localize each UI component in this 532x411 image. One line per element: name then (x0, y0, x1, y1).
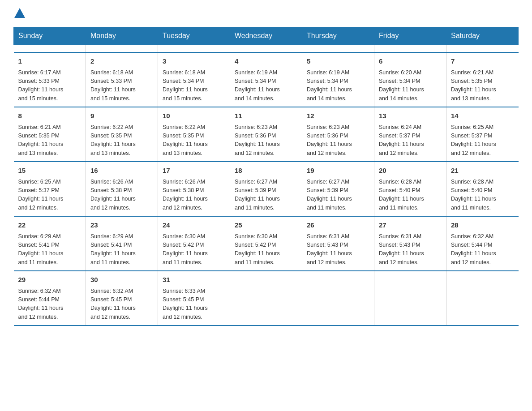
calendar-cell: 4Sunrise: 6:19 AM Sunset: 5:34 PM Daylig… (230, 52, 302, 107)
calendar-cell: 31Sunrise: 6:33 AM Sunset: 5:45 PM Dayli… (158, 271, 230, 325)
calendar-cell: 1Sunrise: 6:17 AM Sunset: 5:33 PM Daylig… (14, 52, 86, 107)
calendar-cell: 6Sunrise: 6:20 AM Sunset: 5:34 PM Daylig… (374, 52, 446, 107)
calendar-cell: 26Sunrise: 6:31 AM Sunset: 5:43 PM Dayli… (302, 216, 374, 271)
calendar-header-row: SundayMondayTuesdayWednesdayThursdayFrid… (14, 27, 519, 45)
day-number: 26 (307, 220, 369, 231)
day-info: Sunrise: 6:20 AM Sunset: 5:34 PM Dayligh… (379, 68, 442, 103)
calendar-table: SundayMondayTuesdayWednesdayThursdayFrid… (13, 27, 519, 326)
day-info: Sunrise: 6:30 AM Sunset: 5:42 PM Dayligh… (163, 232, 225, 267)
day-number: 22 (18, 220, 82, 231)
day-number: 8 (18, 111, 82, 121)
day-number: 18 (235, 166, 297, 176)
day-number: 7 (451, 56, 514, 67)
day-number: 5 (307, 56, 369, 67)
day-number: 11 (235, 111, 297, 121)
calendar-cell: 28Sunrise: 6:32 AM Sunset: 5:44 PM Dayli… (446, 216, 519, 271)
day-number: 27 (379, 220, 442, 231)
page-header (13, 9, 519, 19)
day-info: Sunrise: 6:26 AM Sunset: 5:38 PM Dayligh… (163, 178, 225, 213)
day-info: Sunrise: 6:33 AM Sunset: 5:45 PM Dayligh… (163, 287, 225, 322)
calendar-cell: 22Sunrise: 6:29 AM Sunset: 5:41 PM Dayli… (14, 216, 86, 271)
column-header-tuesday: Tuesday (158, 27, 230, 45)
day-number: 25 (235, 220, 297, 231)
day-info: Sunrise: 6:19 AM Sunset: 5:34 PM Dayligh… (307, 68, 369, 103)
calendar-cell: 23Sunrise: 6:29 AM Sunset: 5:41 PM Dayli… (86, 216, 158, 271)
calendar-cell (446, 271, 519, 325)
day-number: 16 (90, 166, 153, 176)
logo-triangle-icon (14, 8, 25, 18)
column-header-thursday: Thursday (302, 27, 374, 45)
day-info: Sunrise: 6:29 AM Sunset: 5:41 PM Dayligh… (18, 232, 82, 267)
calendar-cell (14, 45, 86, 53)
calendar-cell: 18Sunrise: 6:27 AM Sunset: 5:39 PM Dayli… (230, 162, 302, 216)
day-number: 19 (307, 166, 369, 176)
calendar-cell: 9Sunrise: 6:22 AM Sunset: 5:35 PM Daylig… (86, 107, 158, 162)
day-info: Sunrise: 6:27 AM Sunset: 5:39 PM Dayligh… (235, 178, 297, 213)
day-number: 21 (451, 166, 514, 176)
day-info: Sunrise: 6:28 AM Sunset: 5:40 PM Dayligh… (379, 178, 442, 213)
calendar-cell (446, 45, 519, 53)
day-info: Sunrise: 6:17 AM Sunset: 5:33 PM Dayligh… (18, 68, 82, 103)
calendar-cell: 12Sunrise: 6:23 AM Sunset: 5:36 PM Dayli… (302, 107, 374, 162)
day-number: 29 (18, 275, 82, 285)
day-info: Sunrise: 6:24 AM Sunset: 5:37 PM Dayligh… (379, 123, 442, 158)
calendar-cell: 3Sunrise: 6:18 AM Sunset: 5:34 PM Daylig… (158, 52, 230, 107)
calendar-cell (158, 45, 230, 53)
day-info: Sunrise: 6:27 AM Sunset: 5:39 PM Dayligh… (307, 178, 369, 213)
day-info: Sunrise: 6:26 AM Sunset: 5:38 PM Dayligh… (90, 178, 153, 213)
calendar-cell: 30Sunrise: 6:32 AM Sunset: 5:45 PM Dayli… (86, 271, 158, 325)
day-number: 10 (163, 111, 225, 121)
column-header-monday: Monday (86, 27, 158, 45)
calendar-week-row (14, 45, 519, 53)
calendar-week-row: 8Sunrise: 6:21 AM Sunset: 5:35 PM Daylig… (14, 107, 519, 162)
day-number: 9 (90, 111, 153, 121)
column-header-wednesday: Wednesday (230, 27, 302, 45)
day-number: 31 (163, 275, 225, 285)
calendar-cell: 25Sunrise: 6:30 AM Sunset: 5:42 PM Dayli… (230, 216, 302, 271)
calendar-cell: 7Sunrise: 6:21 AM Sunset: 5:35 PM Daylig… (446, 52, 519, 107)
day-number: 24 (163, 220, 225, 231)
day-number: 28 (451, 220, 514, 231)
calendar-week-row: 1Sunrise: 6:17 AM Sunset: 5:33 PM Daylig… (14, 52, 519, 107)
calendar-cell: 5Sunrise: 6:19 AM Sunset: 5:34 PM Daylig… (302, 52, 374, 107)
day-info: Sunrise: 6:18 AM Sunset: 5:33 PM Dayligh… (90, 68, 153, 103)
calendar-cell: 16Sunrise: 6:26 AM Sunset: 5:38 PM Dayli… (86, 162, 158, 216)
day-number: 15 (18, 166, 82, 176)
day-info: Sunrise: 6:18 AM Sunset: 5:34 PM Dayligh… (163, 68, 225, 103)
day-info: Sunrise: 6:32 AM Sunset: 5:44 PM Dayligh… (451, 232, 514, 267)
day-number: 20 (379, 166, 442, 176)
day-number: 30 (90, 275, 153, 285)
day-info: Sunrise: 6:25 AM Sunset: 5:37 PM Dayligh… (451, 123, 514, 158)
day-info: Sunrise: 6:32 AM Sunset: 5:45 PM Dayligh… (90, 287, 153, 322)
calendar-cell: 20Sunrise: 6:28 AM Sunset: 5:40 PM Dayli… (374, 162, 446, 216)
calendar-cell: 11Sunrise: 6:23 AM Sunset: 5:36 PM Dayli… (230, 107, 302, 162)
day-number: 23 (90, 220, 153, 231)
calendar-cell: 8Sunrise: 6:21 AM Sunset: 5:35 PM Daylig… (14, 107, 86, 162)
calendar-cell: 24Sunrise: 6:30 AM Sunset: 5:42 PM Dayli… (158, 216, 230, 271)
day-info: Sunrise: 6:22 AM Sunset: 5:35 PM Dayligh… (90, 123, 153, 158)
day-info: Sunrise: 6:28 AM Sunset: 5:40 PM Dayligh… (451, 178, 514, 213)
calendar-week-row: 22Sunrise: 6:29 AM Sunset: 5:41 PM Dayli… (14, 216, 519, 271)
day-number: 13 (379, 111, 442, 121)
calendar-cell: 29Sunrise: 6:32 AM Sunset: 5:44 PM Dayli… (14, 271, 86, 325)
day-info: Sunrise: 6:23 AM Sunset: 5:36 PM Dayligh… (235, 123, 297, 158)
calendar-cell: 10Sunrise: 6:22 AM Sunset: 5:35 PM Dayli… (158, 107, 230, 162)
day-info: Sunrise: 6:29 AM Sunset: 5:41 PM Dayligh… (90, 232, 153, 267)
calendar-cell (302, 45, 374, 53)
calendar-cell (374, 271, 446, 325)
day-info: Sunrise: 6:21 AM Sunset: 5:35 PM Dayligh… (451, 68, 514, 103)
day-info: Sunrise: 6:19 AM Sunset: 5:34 PM Dayligh… (235, 68, 297, 103)
logo (13, 9, 25, 19)
calendar-cell: 17Sunrise: 6:26 AM Sunset: 5:38 PM Dayli… (158, 162, 230, 216)
calendar-cell: 2Sunrise: 6:18 AM Sunset: 5:33 PM Daylig… (86, 52, 158, 107)
calendar-week-row: 15Sunrise: 6:25 AM Sunset: 5:37 PM Dayli… (14, 162, 519, 216)
calendar-cell: 15Sunrise: 6:25 AM Sunset: 5:37 PM Dayli… (14, 162, 86, 216)
day-info: Sunrise: 6:30 AM Sunset: 5:42 PM Dayligh… (235, 232, 297, 267)
column-header-saturday: Saturday (446, 27, 519, 45)
calendar-cell: 19Sunrise: 6:27 AM Sunset: 5:39 PM Dayli… (302, 162, 374, 216)
day-number: 4 (235, 56, 297, 67)
calendar-cell (302, 271, 374, 325)
calendar-cell: 14Sunrise: 6:25 AM Sunset: 5:37 PM Dayli… (446, 107, 519, 162)
day-info: Sunrise: 6:31 AM Sunset: 5:43 PM Dayligh… (307, 232, 369, 267)
day-number: 12 (307, 111, 369, 121)
